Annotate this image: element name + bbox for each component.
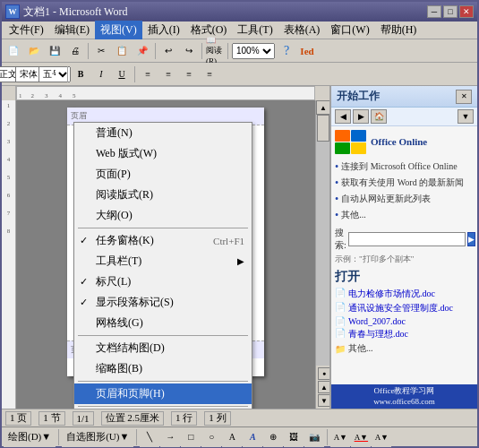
menu-file[interactable]: 文件(F) — [4, 21, 49, 39]
view-normal[interactable]: 普通(N) — [74, 123, 252, 143]
pane-close-button[interactable]: ✕ — [456, 90, 472, 104]
underline-button[interactable]: U — [112, 65, 132, 84]
file-item-1[interactable]: 📄 电力检修市场情况.doc — [335, 288, 474, 300]
save-button[interactable]: 💾 — [45, 41, 64, 61]
bullet-item-4[interactable]: • 其他... — [335, 209, 474, 221]
fontsize-select[interactable]: 五号 — [38, 66, 71, 82]
bullet-item-2[interactable]: • 获取有关使用 Word 的最新新闻 — [335, 177, 474, 189]
task-pane-title: 开始工作 — [337, 89, 380, 104]
view-docmap[interactable]: 文档结构图(D) — [74, 338, 252, 358]
oval-tool[interactable]: ○ — [201, 427, 221, 447]
align-center[interactable]: ≡ — [158, 65, 178, 84]
browse-obj-button[interactable]: ● — [318, 367, 329, 380]
menu-edit[interactable]: 编辑(E) — [49, 21, 95, 39]
search-example: 示例："打印多个副本" — [335, 254, 474, 265]
file-item-4[interactable]: 📄 青春与理想.doc — [335, 328, 474, 340]
search-go-icon: ▶ — [468, 235, 475, 244]
help-tool[interactable]: ? — [277, 41, 296, 61]
print-button[interactable]: 🖨 — [65, 41, 85, 61]
redo-button[interactable]: ↪ — [179, 41, 199, 61]
rect-tool[interactable]: □ — [181, 427, 201, 447]
watermark-line1: Office教程学习网 — [335, 385, 474, 397]
app-icon: W — [5, 4, 20, 19]
prev-page-button[interactable]: ▲ — [318, 381, 329, 393]
bold-button[interactable]: B — [71, 65, 90, 84]
search-input[interactable] — [348, 232, 466, 246]
view-ruler[interactable]: 标尺(L) — [74, 271, 252, 292]
textbox-tool[interactable]: A — [222, 427, 242, 447]
pane-back-button[interactable]: ◀ — [335, 109, 351, 124]
linecolor-button[interactable]: A▼ — [351, 427, 371, 447]
task-pane: 开始工作 ✕ ◀ ▶ 🏠 ▼ — [329, 86, 477, 409]
open-section-header: 打开 — [335, 269, 474, 285]
ruler-horizontal: 1 2 3 4 5 — [16, 86, 315, 100]
cut-button[interactable]: ✂ — [91, 41, 111, 61]
search-go-button[interactable]: ▶ — [467, 232, 475, 246]
fontsize-combo[interactable]: 五号 — [45, 65, 64, 84]
pane-home-button[interactable]: 🏠 — [371, 109, 387, 124]
menu-help[interactable]: 帮助(H) — [375, 21, 423, 39]
menu-table[interactable]: 表格(A) — [278, 21, 326, 39]
paste-button[interactable]: 📌 — [133, 41, 152, 61]
maximize-button[interactable]: □ — [443, 5, 458, 18]
file-item-2[interactable]: 📄 通讯设施安全管理制度.doc — [335, 302, 474, 314]
align-justify[interactable]: ≡ — [200, 65, 219, 84]
next-page-button[interactable]: ▼ — [318, 394, 329, 407]
scrollbar-corner — [315, 86, 329, 100]
separator3 — [201, 43, 202, 59]
view-outline[interactable]: 大纲(O) — [74, 205, 252, 226]
ruler-corner — [2, 86, 16, 100]
undo-button[interactable]: ↩ — [158, 41, 178, 61]
view-thumbnail[interactable]: 缩略图(B) — [74, 358, 252, 379]
ms-office-logo-icon — [335, 130, 367, 155]
submenu-arrow-icon: ▶ — [237, 256, 244, 266]
close-button[interactable]: ✕ — [459, 5, 474, 18]
zoom-select[interactable]: 100% — [232, 43, 275, 59]
pane-menu-button[interactable]: ▼ — [458, 109, 474, 124]
clipart-tool[interactable]: 🖼 — [284, 427, 304, 447]
align-left[interactable]: ≡ — [138, 65, 158, 84]
office-brand-text: Office Online — [371, 136, 427, 148]
arrow-tool[interactable]: → — [160, 427, 180, 447]
menu-window[interactable]: 窗口(W) — [325, 21, 374, 39]
menu-insert[interactable]: 插入(I) — [142, 21, 185, 39]
picture-tool[interactable]: 📷 — [304, 427, 324, 447]
view-statusbar[interactable]: 显示段落标记(S) — [74, 292, 252, 313]
copy-button[interactable]: 📋 — [112, 41, 132, 61]
window-title: 文档1 - Microsoft Word — [23, 4, 427, 20]
bullet-item-3[interactable]: • 自动从网站更新此列表 — [335, 193, 474, 205]
autoshapes-button[interactable]: 自选图形(U)▼ — [62, 427, 133, 447]
line-tool[interactable]: ╲ — [140, 427, 159, 447]
doc-icon-1: 📄 — [335, 288, 346, 297]
view-header[interactable]: 页眉和页脚(H) — [74, 383, 252, 404]
read-button[interactable]: 📖 阅读(R) — [205, 41, 225, 61]
folder-item-other[interactable]: 📁 其他... — [335, 342, 474, 355]
view-reading[interactable]: 阅读版式(R) — [74, 185, 252, 205]
wordart-tool[interactable]: A — [243, 427, 262, 447]
minimize-button[interactable]: ─ — [427, 5, 441, 18]
zoom-combo[interactable]: 100% — [231, 41, 276, 61]
scroll-track[interactable] — [316, 115, 329, 366]
bullet-item-1[interactable]: • 连接到 Microsoft Office Online — [335, 160, 474, 173]
fontcolor-button[interactable]: A▼ — [372, 427, 391, 447]
open-button[interactable]: 📂 — [24, 41, 44, 61]
menu-view[interactable]: 视图(V) — [95, 21, 142, 39]
file-item-3[interactable]: 📄 Word_2007.doc — [335, 316, 474, 326]
menu-sep-4 — [78, 406, 248, 407]
view-gridlines[interactable]: 网格线(G) — [74, 313, 252, 333]
scroll-thumb[interactable] — [317, 115, 329, 142]
pane-forward-button[interactable]: ▶ — [353, 109, 369, 124]
draw-button[interactable]: 绘图(D)▼ — [4, 427, 56, 447]
view-page[interactable]: 页面(P) — [74, 164, 252, 185]
view-toolbar[interactable]: 工具栏(T) ▶ — [74, 251, 252, 271]
new-button[interactable]: 📄 — [4, 41, 23, 61]
view-taskpane[interactable]: 任务窗格(K) Ctrl+F1 — [74, 230, 252, 251]
scroll-up-button[interactable]: ▲ — [316, 100, 329, 115]
align-right[interactable]: ≡ — [179, 65, 199, 84]
title-bar: W 文档1 - Microsoft Word ─ □ ✕ — [2, 2, 477, 22]
fillcolor-button[interactable]: A▼ — [330, 427, 350, 447]
view-web[interactable]: Web 版式(W) — [74, 143, 252, 164]
menu-tools[interactable]: 工具(T) — [232, 21, 278, 39]
italic-button[interactable]: I — [91, 65, 111, 84]
diagram-tool[interactable]: ⊕ — [263, 427, 283, 447]
